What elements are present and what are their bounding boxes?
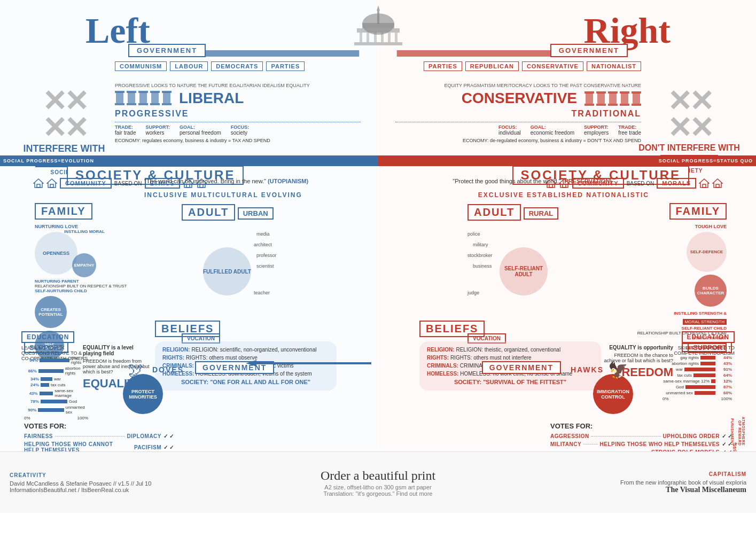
social-progress-stripe: SOCIAL PROGRESS=EVOLUTION SOCIAL PROGRES… bbox=[0, 155, 756, 166]
print-sub2: Translation: "it's gorgeous." Find out m… bbox=[171, 490, 585, 497]
print-sub1: A2 size, offset-litho on 300 gsm art pap… bbox=[171, 484, 585, 490]
svg-rect-23 bbox=[139, 92, 147, 103]
svg-rect-21 bbox=[127, 91, 136, 93]
right-bars: gay rights 44% abortion rights 43% war 9… bbox=[663, 355, 732, 401]
svg-rect-27 bbox=[150, 91, 160, 93]
dove-icon: 🕊 bbox=[128, 361, 144, 379]
right-beliefs-header: BELIEFS bbox=[419, 321, 485, 337]
right-support: SUPPORT: employers bbox=[584, 124, 609, 136]
left-ideology-block: PROGRESSIVE LOOKS TO NATURE THE FUTURE E… bbox=[115, 83, 361, 143]
party-nationalist: NATIONALIST bbox=[587, 61, 641, 71]
left-x-marks2: ✕✕ bbox=[16, 115, 112, 142]
right-job-business: business bbox=[473, 263, 492, 269]
svg-rect-31 bbox=[162, 103, 172, 105]
right-ideology-block: EQUITY PRAGMATISM MERITOCRACY LOOKS TO T… bbox=[395, 83, 641, 143]
svg-rect-58 bbox=[703, 184, 706, 188]
right-tough-love: TOUGH LOVE bbox=[637, 224, 727, 229]
svg-marker-55 bbox=[713, 179, 722, 188]
svg-rect-43 bbox=[620, 104, 629, 106]
right-quote: "Protect the good things about the world… bbox=[398, 178, 612, 184]
left-adult-header: ADULT bbox=[182, 204, 235, 221]
left-eq-title: EQUALITY is a level playing field bbox=[83, 345, 152, 356]
svg-rect-60 bbox=[563, 184, 566, 188]
bar-taxcuts-right: tax cuts 64% bbox=[663, 373, 732, 378]
left-family-details: NURTURING PARENT RELATIONSHIP BUILT ON R… bbox=[35, 279, 127, 293]
svg-rect-24 bbox=[138, 91, 148, 93]
left-looks-to: PROGRESSIVE LOOKS TO NATURE THE FUTURE E… bbox=[115, 83, 361, 88]
doves-label: DOVES bbox=[152, 365, 184, 374]
sp-left: SOCIAL PROGRESS=EVOLUTION bbox=[0, 155, 378, 166]
svg-rect-4 bbox=[357, 28, 400, 33]
bar-war-left: 34% war bbox=[24, 377, 88, 381]
right-adult-header: ADULT bbox=[467, 204, 521, 221]
bar-unmarried-left: 90% unmarried sex bbox=[24, 405, 88, 415]
print-title: Order a beautiful print bbox=[171, 469, 585, 483]
right-vote-militancy: MILITANCY HELPING THOSE WHO HELP THEMSEL… bbox=[550, 441, 732, 447]
right-gov-bottom: GOVERNMENT bbox=[482, 361, 561, 374]
right-goal: GOAL: economic freedom bbox=[531, 124, 574, 136]
bar-unmarried-right: unmarried sex 60% bbox=[663, 391, 732, 395]
hawk-icon: 🦅 bbox=[608, 361, 628, 379]
atmosphere-label: ATMOSPHERE OF REWARD & PUNISHMENT bbox=[730, 417, 745, 446]
footer: CREATIVITY David McCandless & Stefanie P… bbox=[0, 451, 756, 513]
party-republican: REPUBLICAN bbox=[465, 61, 519, 71]
bar-samesex-right: same-sex marriage 12% 12% bbox=[663, 379, 732, 384]
svg-rect-32 bbox=[586, 93, 593, 104]
right-rights: RIGHTS: RIGHTS: others must not interfer… bbox=[427, 355, 594, 361]
svg-rect-25 bbox=[138, 103, 148, 105]
job-scientist: scientist bbox=[256, 263, 274, 269]
svg-rect-6 bbox=[367, 33, 369, 42]
svg-rect-28 bbox=[150, 103, 160, 105]
party-conservative: CONSERVATIVE bbox=[522, 61, 583, 71]
right-family-section: FAMILY TOUGH LOVE SELF-DEFENCE BUILDS CH… bbox=[637, 203, 727, 352]
left-government-banner: GOVERNMENT bbox=[128, 44, 206, 57]
creativity-label: CREATIVITY bbox=[10, 472, 161, 478]
svg-marker-47 bbox=[34, 179, 43, 188]
svg-rect-9 bbox=[388, 33, 391, 42]
liberal-label: LIBERAL bbox=[179, 90, 244, 107]
right-economy: ECONOMY: de-regulated economy, business … bbox=[395, 138, 641, 143]
right-tsf: FOCUS: individual GOAL: economic freedom… bbox=[395, 122, 641, 136]
party-democrats: DEMOCRATS bbox=[211, 61, 263, 71]
left-jobs-area: FULFILLED ADULT media architect professo… bbox=[182, 226, 289, 333]
capitalism-label: CAPITALISM bbox=[595, 471, 746, 477]
conservative-label: CONSERVATIVE bbox=[462, 90, 577, 107]
party-labour: LABOUR bbox=[170, 61, 208, 71]
right-parties: NATIONALIST CONSERVATIVE REPUBLICAN PART… bbox=[424, 61, 641, 71]
right-government-banner: GOVERNMENT bbox=[550, 44, 628, 57]
svg-rect-20 bbox=[128, 92, 135, 103]
right-job-military: military bbox=[473, 242, 488, 247]
right-religion: RELIGION: RELIGION: theistic, organized,… bbox=[427, 347, 594, 353]
svg-rect-33 bbox=[584, 91, 594, 93]
left-family-content: OPENNESS INSTILLING MORAL EMPATHY bbox=[35, 232, 127, 275]
right-job-stockbroker: stockbroker bbox=[467, 253, 493, 258]
self-defence-bubble: SELF-DEFENCE bbox=[687, 232, 727, 272]
left-parties: COMMUNISM LABOUR DEMOCRATS PARTIES bbox=[115, 61, 305, 71]
right-pillars: CONSERVATIVE bbox=[395, 90, 641, 107]
left-goal: GOAL: personal freedom bbox=[180, 124, 221, 136]
job-media: media bbox=[256, 231, 270, 237]
center-arrow-left bbox=[246, 359, 371, 368]
traditional-label: TRADITIONAL bbox=[395, 109, 641, 119]
left-based-on: BASED ON bbox=[114, 181, 142, 186]
moral-strength-tag: MORAL STRENGTH bbox=[683, 319, 727, 325]
svg-rect-35 bbox=[597, 93, 605, 104]
svg-rect-26 bbox=[151, 92, 159, 103]
bar-gay-left: 94% gay rights bbox=[24, 355, 88, 365]
book-title: The Visual Miscellaneum bbox=[595, 486, 746, 494]
builds-character-bubble: BUILDS CHARACTER bbox=[695, 275, 727, 307]
diagram-area: Left Right bbox=[0, 0, 756, 449]
left-votes-title: VOTES FOR: bbox=[24, 422, 174, 430]
left-culture-tags: INCLUSIVE MULTICULTURAL EVOLVING bbox=[144, 191, 302, 199]
svg-marker-57 bbox=[699, 179, 709, 188]
bar-god-left: 78% God bbox=[24, 399, 88, 404]
bar-god-right: God 87% bbox=[663, 385, 732, 389]
job-teacher: teacher bbox=[254, 290, 270, 295]
bar-scale-right: 0%100% bbox=[663, 396, 732, 401]
svg-rect-29 bbox=[163, 92, 170, 103]
svg-rect-64 bbox=[256, 362, 371, 364]
right-jobs-area: SELF-RELIANT ADULT police military stock… bbox=[467, 226, 574, 333]
svg-marker-63 bbox=[246, 360, 256, 366]
bar-war-right: war 91% bbox=[663, 367, 732, 372]
sp-right-text: SOCIAL PROGRESS=STATUS QUO bbox=[659, 158, 753, 163]
